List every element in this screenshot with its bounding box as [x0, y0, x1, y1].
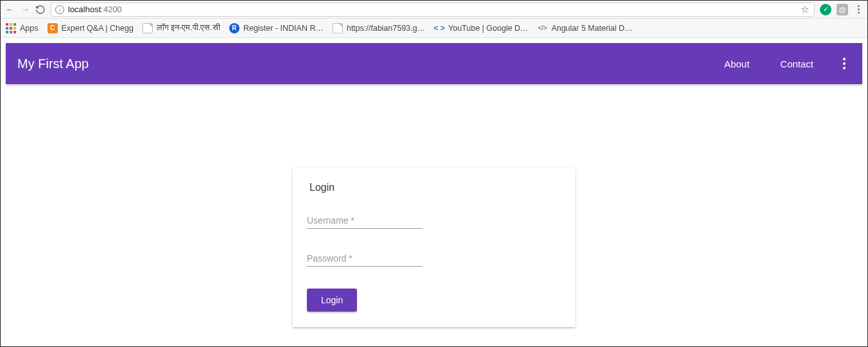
forward-button: →	[20, 4, 30, 14]
bookmark-item[interactable]: https://fabian7593.g…	[333, 23, 425, 33]
bookmark-star-icon[interactable]: ☆	[801, 4, 810, 15]
nav-about[interactable]: About	[724, 58, 749, 69]
favicon-icon: < >	[434, 23, 444, 33]
app-toolbar: My First App About Contact	[6, 43, 862, 84]
bookmark-label: https://fabian7593.g…	[347, 24, 425, 33]
back-button[interactable]: ←	[4, 4, 15, 14]
address-bar[interactable]: i localhost:4200 ☆	[51, 3, 815, 17]
bookmark-label: Register - INDIAN R…	[243, 24, 324, 33]
bookmark-item[interactable]: </> Angular 5 Material D…	[537, 23, 632, 33]
page-icon	[143, 23, 153, 33]
bookmark-label: Expert Q&A | Chegg	[62, 24, 134, 33]
login-title: Login	[309, 182, 561, 193]
extension-icon[interactable]: @	[837, 4, 848, 15]
bookmark-item[interactable]: R Register - INDIAN R…	[229, 23, 324, 33]
username-input[interactable]	[307, 213, 422, 229]
chrome-menu-icon[interactable]	[853, 5, 864, 13]
username-field	[307, 213, 422, 229]
favicon-icon: R	[229, 23, 239, 33]
login-card: Login Login	[293, 168, 575, 327]
apps-label: Apps	[20, 24, 39, 33]
bookmarks-bar: Apps C Expert Q&A | Chegg लॉग इन-एम.पी.ए…	[1, 19, 867, 38]
extension-icon[interactable]: ✓	[820, 4, 831, 15]
bookmark-item[interactable]: C Expert Q&A | Chegg	[48, 23, 134, 33]
favicon-icon: C	[48, 23, 58, 33]
browser-toolbar: ← → i localhost:4200 ☆ ✓ @	[1, 1, 867, 19]
login-button[interactable]: Login	[307, 289, 357, 312]
apps-shortcut[interactable]: Apps	[6, 23, 39, 33]
apps-grid-icon	[6, 23, 16, 33]
url-host: localhost:4200	[68, 4, 122, 14]
password-input[interactable]	[307, 251, 422, 267]
reload-button[interactable]	[35, 4, 46, 15]
bookmark-label: Angular 5 Material D…	[551, 24, 632, 33]
nav-contact[interactable]: Contact	[780, 58, 813, 69]
bookmark-item[interactable]: < > YouTube | Google D…	[434, 23, 528, 33]
site-info-icon[interactable]: i	[55, 5, 64, 14]
bookmark-label: लॉग इन-एम.पी.एस.सी	[157, 23, 220, 33]
app-title: My First App	[17, 57, 89, 71]
bookmark-label: YouTube | Google D…	[448, 24, 528, 33]
bookmark-item[interactable]: लॉग इन-एम.पी.एस.सी	[143, 23, 220, 33]
page-icon	[333, 23, 343, 33]
more-menu-icon[interactable]	[838, 58, 851, 69]
page-viewport: My First App About Contact Login Login	[1, 38, 867, 332]
favicon-icon: </>	[537, 23, 548, 33]
password-field	[307, 251, 422, 267]
page-body: Login Login	[6, 84, 862, 327]
